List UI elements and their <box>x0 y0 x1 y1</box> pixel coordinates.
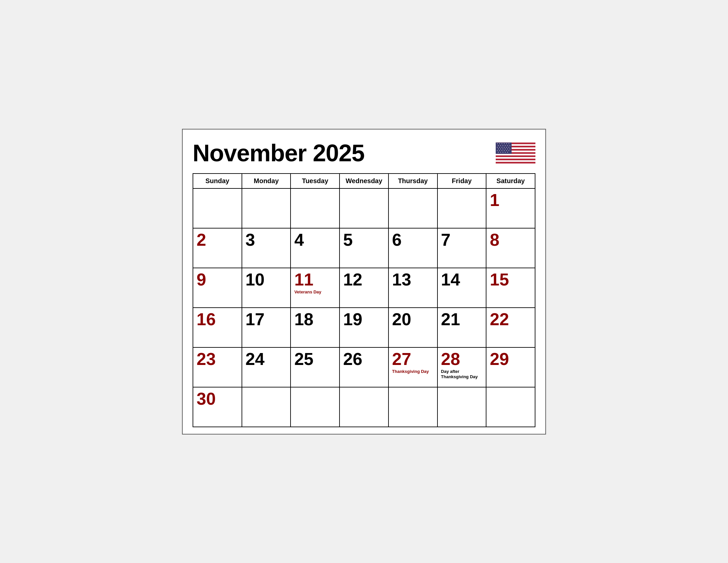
day-number: 28 <box>441 351 483 368</box>
calendar-cell: 6 <box>388 228 437 268</box>
calendar-cell: 11Veterans Day <box>291 268 340 308</box>
calendar-cell: 5 <box>340 228 388 268</box>
day-number: 20 <box>392 311 434 328</box>
calendar-cell <box>486 387 535 427</box>
calendar-cell: 20 <box>388 308 437 348</box>
svg-text:★: ★ <box>502 148 504 149</box>
svg-text:★: ★ <box>507 144 508 146</box>
day-number: 21 <box>441 311 483 328</box>
day-number: 3 <box>246 231 287 248</box>
day-number: 22 <box>490 311 531 328</box>
svg-text:★: ★ <box>509 148 511 149</box>
calendar-grid: Sunday Monday Tuesday Wednesday Thursday… <box>193 173 535 427</box>
day-number: 16 <box>197 311 238 328</box>
day-number: 14 <box>441 271 483 288</box>
day-number: 26 <box>343 351 385 368</box>
svg-text:★: ★ <box>498 144 499 146</box>
calendar-title: November 2025 <box>193 139 364 166</box>
day-number: 29 <box>490 351 531 368</box>
day-number: 15 <box>490 271 531 288</box>
calendar-cell: 2 <box>193 228 242 268</box>
svg-text:★: ★ <box>499 146 500 148</box>
calendar-cell: 10 <box>242 268 291 308</box>
day-number: 10 <box>246 271 287 288</box>
calendar-cell: 23 <box>193 348 242 387</box>
col-header-thursday: Thursday <box>388 173 437 188</box>
calendar-cell: 18 <box>291 308 340 348</box>
svg-text:★: ★ <box>502 151 504 153</box>
svg-text:★: ★ <box>506 146 507 148</box>
day-number: 23 <box>197 351 238 368</box>
calendar-header: November 2025 ★★★★★★ ★★★★★★ <box>193 139 535 166</box>
svg-text:★: ★ <box>504 146 505 148</box>
day-number: 6 <box>392 231 434 248</box>
calendar-cell <box>340 387 388 427</box>
calendar-cell <box>242 188 291 228</box>
calendar-cell: 30 <box>193 387 242 427</box>
svg-text:★: ★ <box>505 144 506 146</box>
svg-text:★: ★ <box>501 149 503 151</box>
calendar-cell <box>291 188 340 228</box>
day-number: 11 <box>294 271 336 288</box>
svg-text:★: ★ <box>502 144 504 146</box>
calendar-cell: 9 <box>193 268 242 308</box>
calendar-cell: 28Day afterThanksgiving Day <box>437 348 486 387</box>
us-flag-icon: ★★★★★★ ★★★★★★ ★★★★★★ ★★★★★★ ★★★★★★ ★★★★★ <box>496 140 535 166</box>
svg-text:★: ★ <box>506 149 507 151</box>
calendar-cell: 14 <box>437 268 486 308</box>
calendar-cell: 1 <box>486 188 535 228</box>
day-number: 2 <box>197 231 238 248</box>
calendar-cell: 4 <box>291 228 340 268</box>
calendar-cell: 16 <box>193 308 242 348</box>
calendar-cell: 13 <box>388 268 437 308</box>
day-number: 7 <box>441 231 483 248</box>
day-number: 24 <box>246 351 287 368</box>
svg-text:★: ★ <box>508 149 510 151</box>
svg-text:★: ★ <box>498 148 499 149</box>
calendar-cell: 21 <box>437 308 486 348</box>
svg-text:★: ★ <box>499 149 500 151</box>
day-number: 4 <box>294 231 336 248</box>
calendar-cell: 26 <box>340 348 388 387</box>
svg-text:★: ★ <box>507 148 508 149</box>
svg-text:★: ★ <box>497 149 498 151</box>
calendar-cell: 19 <box>340 308 388 348</box>
col-header-sunday: Sunday <box>193 173 242 188</box>
holiday-label: Thanksgiving Day <box>392 369 434 375</box>
svg-text:★: ★ <box>504 149 505 151</box>
svg-text:★: ★ <box>506 143 507 144</box>
calendar-cell: 17 <box>242 308 291 348</box>
calendar-cell: 3 <box>242 228 291 268</box>
svg-rect-6 <box>496 160 535 162</box>
svg-text:★: ★ <box>509 144 511 146</box>
day-number: 17 <box>246 311 287 328</box>
svg-text:★: ★ <box>505 148 506 149</box>
col-header-friday: Friday <box>437 173 486 188</box>
day-number: 1 <box>490 191 531 209</box>
calendar-cell: 7 <box>437 228 486 268</box>
calendar-container: November 2025 ★★★★★★ ★★★★★★ <box>182 129 546 435</box>
day-number: 19 <box>343 311 385 328</box>
calendar-cell: 15 <box>486 268 535 308</box>
day-number: 12 <box>343 271 385 288</box>
calendar-cell: 24 <box>242 348 291 387</box>
calendar-cell: 29 <box>486 348 535 387</box>
svg-text:★: ★ <box>508 143 510 144</box>
col-header-saturday: Saturday <box>486 173 535 188</box>
svg-rect-4 <box>496 154 535 155</box>
col-header-wednesday: Wednesday <box>340 173 388 188</box>
day-number: 30 <box>197 390 238 407</box>
calendar-cell <box>388 188 437 228</box>
day-number: 13 <box>392 271 434 288</box>
calendar-cell <box>340 188 388 228</box>
svg-rect-5 <box>496 157 535 159</box>
holiday-label: Veterans Day <box>294 290 336 295</box>
holiday-label: Day afterThanksgiving Day <box>441 369 483 380</box>
svg-text:★: ★ <box>501 143 503 144</box>
svg-text:★: ★ <box>499 143 500 144</box>
svg-text:★: ★ <box>497 146 498 148</box>
svg-text:★: ★ <box>505 151 506 153</box>
day-number: 25 <box>294 351 336 368</box>
svg-text:★: ★ <box>498 151 499 153</box>
svg-text:★: ★ <box>501 146 503 148</box>
